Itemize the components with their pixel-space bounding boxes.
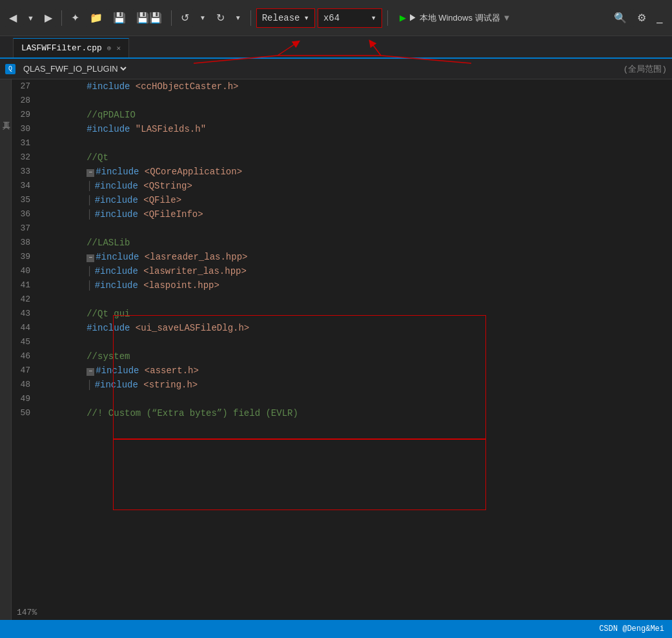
toolbar: ◀ ▼ ▶ ✦ 📁 💾 💾💾 ↺ ▼ ↻ ▼ Release ▾ x64 ▾ ▶…	[0, 0, 672, 36]
line-content[interactable]: #include <ui_saveLASFileDlg.h>	[41, 321, 672, 335]
line-number: 40	[12, 264, 41, 278]
code-line-45: 45	[12, 335, 672, 349]
zoom-level: 147%	[17, 608, 37, 617]
code-line-42: 42	[12, 293, 672, 307]
tab-close-icon[interactable]: ✕	[116, 44, 121, 52]
minimize-button[interactable]: ⎯	[653, 10, 667, 26]
code-line-47: 47 −#include <assert.h>	[12, 364, 672, 378]
separator-3	[250, 10, 251, 26]
fold-button[interactable]: −	[87, 254, 94, 262]
debug-button[interactable]: ▶ ▶ 本地 Windows 调试器 ▼	[393, 10, 517, 26]
code-line-46: 46 //system	[12, 349, 672, 364]
line-content[interactable]: //system	[41, 349, 672, 364]
code-line-30: 30 #include "LASFields.h"	[12, 122, 672, 136]
highlight-box-qtgui	[113, 439, 486, 510]
separator-1	[61, 10, 62, 26]
left-sidebar: 工具	[0, 79, 12, 638]
x64-dropdown[interactable]: x64 ▾	[318, 8, 382, 28]
line-content[interactable]: │#include <laspoint.hpp>	[41, 278, 672, 293]
code-line-31: 31	[12, 136, 672, 150]
fold-button[interactable]: −	[87, 368, 94, 376]
code-container: 27 #include <ccHObjectCaster.h>28 29 //q…	[12, 79, 672, 420]
line-content[interactable]: //Qt gui	[41, 307, 672, 321]
code-line-36: 36 │#include <QFileInfo>	[12, 207, 672, 221]
scope-label: (全局范围)	[623, 63, 667, 75]
line-number: 44	[12, 321, 41, 335]
line-content[interactable]	[41, 293, 672, 307]
line-content[interactable]: │#include <QFile>	[41, 193, 672, 207]
line-content[interactable]	[41, 94, 672, 108]
back-button[interactable]: ◀	[5, 9, 21, 26]
code-line-40: 40 │#include <laswriter_las.hpp>	[12, 264, 672, 278]
line-number: 35	[12, 193, 41, 207]
line-number: 32	[12, 150, 41, 165]
redo-button[interactable]: ↻	[212, 9, 229, 26]
line-number: 50	[12, 406, 41, 420]
line-content[interactable]: //Qt	[41, 150, 672, 165]
namespace-dropdown[interactable]: QLAS_FWF_IO_PLUGIN	[21, 63, 128, 74]
line-number: 27	[12, 79, 41, 94]
undo-button[interactable]: ↺	[177, 9, 193, 26]
status-bar: CSDN @Deng&Mei	[0, 620, 672, 638]
new-file-button[interactable]: ✦	[67, 9, 83, 26]
line-content[interactable]	[41, 136, 672, 150]
line-number: 47	[12, 364, 41, 378]
zoom-indicator: 147%	[12, 605, 42, 620]
line-content[interactable]: #include "LASFields.h"	[41, 122, 672, 136]
line-content[interactable]: │#include <laswriter_las.hpp>	[41, 264, 672, 278]
line-content[interactable]: //! Custom (“Extra bytes”) field (EVLR)	[41, 406, 672, 420]
line-number: 48	[12, 378, 41, 392]
debug-arrow: ▼	[503, 13, 511, 23]
code-line-32: 32 //Qt	[12, 150, 672, 165]
line-content[interactable]	[41, 392, 672, 406]
line-content[interactable]	[41, 221, 672, 236]
code-line-50: 50 //! Custom (“Extra bytes”) field (EVL…	[12, 406, 672, 420]
line-content[interactable]: −#include <QCoreApplication>	[41, 165, 672, 179]
line-number: 45	[12, 335, 41, 349]
line-number: 39	[12, 250, 41, 264]
line-content[interactable]: │#include <string.h>	[41, 378, 672, 392]
undo-dropdown[interactable]: ▼	[196, 12, 210, 24]
x64-label: x64	[323, 13, 340, 23]
open-button[interactable]: 📁	[86, 9, 107, 26]
redo-dropdown[interactable]: ▼	[231, 12, 245, 24]
line-content[interactable]: //LASLib	[41, 236, 672, 250]
code-line-33: 33 −#include <QCoreApplication>	[12, 165, 672, 179]
save-button[interactable]: 💾	[109, 9, 130, 26]
debug-label: ▶ 本地 Windows 调试器	[409, 12, 500, 24]
search-button[interactable]: 🔍	[610, 9, 631, 26]
line-content[interactable]: #include <ccHObjectCaster.h>	[41, 79, 672, 94]
line-number: 33	[12, 165, 41, 179]
line-content[interactable]: −#include <lasreader_las.hpp>	[41, 250, 672, 264]
line-number: 37	[12, 221, 41, 236]
line-content[interactable]: //qPDALIO	[41, 108, 672, 122]
code-line-34: 34 │#include <QString>	[12, 179, 672, 193]
code-line-38: 38 //LASLib	[12, 236, 672, 250]
sidebar-item-1[interactable]	[0, 85, 12, 98]
line-content[interactable]: │#include <QFileInfo>	[41, 207, 672, 221]
code-line-35: 35 │#include <QFile>	[12, 193, 672, 207]
save-all-button[interactable]: 💾💾	[132, 9, 166, 26]
tab-pin-icon[interactable]: ⊕	[107, 44, 112, 52]
forward-button[interactable]: ▶	[41, 9, 56, 26]
fold-button[interactable]: −	[87, 169, 94, 177]
settings-button[interactable]: ⚙	[633, 9, 650, 26]
dropdown-btn[interactable]: ▼	[23, 12, 38, 25]
release-label: Release	[262, 13, 300, 23]
line-number: 29	[12, 108, 41, 122]
line-content[interactable]: │#include <QString>	[41, 179, 672, 193]
separator-4	[387, 10, 388, 26]
line-number: 36	[12, 207, 41, 221]
sidebar-item-tools[interactable]: 工具	[0, 113, 12, 118]
release-dropdown[interactable]: Release ▾	[256, 8, 315, 28]
line-content[interactable]: −#include <assert.h>	[41, 364, 672, 378]
code-line-44: 44 #include <ui_saveLASFileDlg.h>	[12, 321, 672, 335]
line-number: 38	[12, 236, 41, 250]
watermark: CSDN @Deng&Mei	[599, 624, 664, 633]
release-arrow: ▾	[304, 12, 309, 23]
tab-lasfile[interactable]: LASFWFFilter.cpp ⊕ ✕	[13, 38, 129, 57]
sidebar-item-2[interactable]	[0, 99, 12, 112]
line-content[interactable]	[41, 335, 672, 349]
line-number: 41	[12, 278, 41, 293]
line-number: 42	[12, 293, 41, 307]
